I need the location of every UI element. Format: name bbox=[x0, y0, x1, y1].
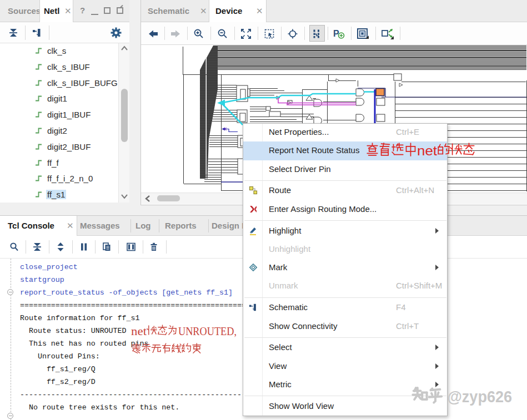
svg-text:UNROUTED,: UNROUTED, bbox=[178, 325, 237, 337]
svg-text:@zyp626: @zyp626 bbox=[443, 388, 512, 406]
svg-text:net: net bbox=[131, 325, 147, 337]
svg-text:net: net bbox=[417, 143, 437, 158]
